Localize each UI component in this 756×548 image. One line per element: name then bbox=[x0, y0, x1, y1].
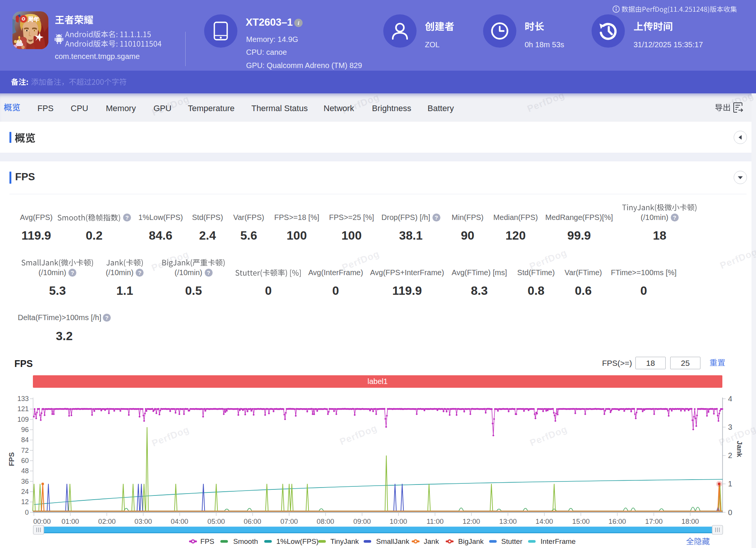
svg-text:17:00: 17:00 bbox=[645, 517, 663, 525]
svg-text:06:00: 06:00 bbox=[244, 517, 261, 525]
svg-text:01:00: 01:00 bbox=[62, 517, 79, 525]
svg-text:03:00: 03:00 bbox=[135, 517, 152, 525]
svg-text:109: 109 bbox=[17, 416, 29, 423]
svg-text:48: 48 bbox=[21, 467, 29, 475]
svg-text:10:00: 10:00 bbox=[390, 517, 407, 525]
svg-text:0: 0 bbox=[25, 509, 29, 516]
svg-text:13:00: 13:00 bbox=[499, 517, 517, 525]
svg-text:18:00: 18:00 bbox=[682, 517, 699, 525]
svg-text:05:00: 05:00 bbox=[208, 517, 225, 525]
svg-text:96: 96 bbox=[21, 426, 29, 433]
svg-text:15:00: 15:00 bbox=[572, 517, 590, 525]
svg-text:2: 2 bbox=[728, 451, 732, 460]
svg-text:09:00: 09:00 bbox=[353, 517, 371, 525]
svg-text:121: 121 bbox=[17, 405, 29, 413]
svg-text:12: 12 bbox=[21, 498, 29, 506]
svg-text:11:00: 11:00 bbox=[427, 517, 444, 525]
svg-text:1: 1 bbox=[728, 480, 732, 488]
svg-text:36: 36 bbox=[21, 478, 29, 485]
svg-text:14:00: 14:00 bbox=[536, 517, 553, 525]
svg-text:04:00: 04:00 bbox=[171, 517, 188, 525]
svg-text:07:00: 07:00 bbox=[280, 517, 298, 525]
svg-text:12:00: 12:00 bbox=[463, 517, 480, 525]
svg-text:24: 24 bbox=[21, 488, 29, 495]
svg-text:4: 4 bbox=[728, 395, 732, 403]
svg-text:00:00: 00:00 bbox=[33, 517, 51, 525]
svg-text:0: 0 bbox=[728, 508, 732, 517]
svg-text:133: 133 bbox=[17, 395, 29, 402]
svg-text:3: 3 bbox=[728, 423, 732, 431]
svg-text:72: 72 bbox=[21, 447, 29, 454]
svg-text:FPS: FPS bbox=[8, 452, 15, 466]
svg-text:02:00: 02:00 bbox=[98, 517, 116, 525]
svg-text:16:00: 16:00 bbox=[609, 517, 626, 525]
svg-text:Jank: Jank bbox=[736, 441, 744, 457]
svg-text:84: 84 bbox=[21, 436, 29, 444]
svg-text:60: 60 bbox=[21, 457, 29, 464]
svg-text:08:00: 08:00 bbox=[317, 517, 334, 525]
